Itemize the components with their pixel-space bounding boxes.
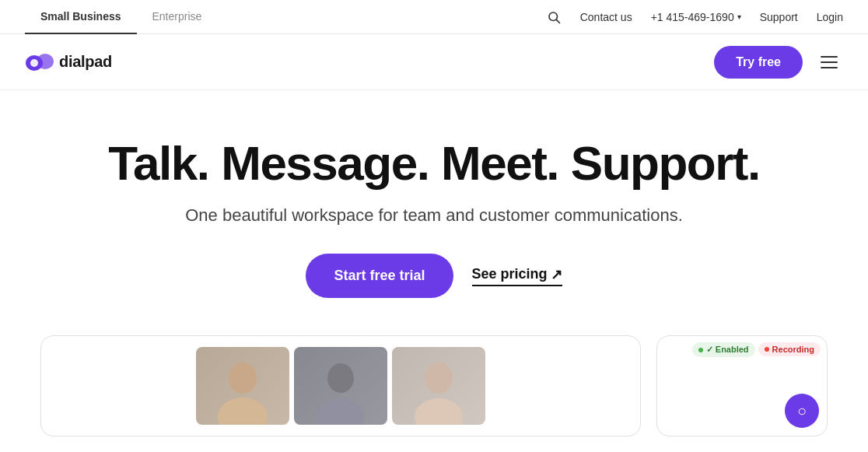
recording-dot bbox=[765, 347, 769, 352]
logo[interactable]: dialpad bbox=[25, 52, 112, 72]
hero-cta-group: Start free trial See pricing ↗ bbox=[306, 254, 562, 298]
video-call-preview bbox=[40, 335, 641, 436]
hamburger-line-3 bbox=[821, 67, 838, 68]
svg-point-10 bbox=[415, 398, 463, 425]
see-pricing-text: See pricing bbox=[472, 266, 548, 282]
top-utility-bar: Small Business Enterprise Contact us +1 … bbox=[0, 0, 868, 34]
enabled-dot bbox=[698, 348, 703, 352]
chat-bubble-icon[interactable]: ○ bbox=[785, 394, 819, 428]
see-pricing-arrow-icon: ↗ bbox=[551, 266, 562, 283]
chevron-down-icon: ▾ bbox=[737, 12, 741, 21]
svg-point-8 bbox=[317, 398, 364, 425]
logo-icon bbox=[25, 52, 54, 72]
tab-small-business[interactable]: Small Business bbox=[25, 0, 137, 34]
hamburger-menu[interactable] bbox=[815, 48, 843, 76]
enabled-badge-text: ✓ Enabled bbox=[706, 345, 749, 355]
svg-point-7 bbox=[327, 363, 354, 393]
top-bar-tabs: Small Business Enterprise bbox=[25, 0, 217, 34]
search-icon[interactable] bbox=[546, 9, 562, 25]
start-free-trial-button[interactable]: Start free trial bbox=[306, 254, 453, 298]
hero-section: Talk. Message. Meet. Support. One beauti… bbox=[0, 90, 868, 452]
chat-icon: ○ bbox=[797, 402, 807, 420]
recording-badge-text: Recording bbox=[772, 345, 814, 354]
recording-badge: Recording bbox=[758, 342, 821, 356]
hero-headline: Talk. Message. Meet. Support. bbox=[108, 137, 759, 190]
nav-right: Try free bbox=[714, 46, 843, 79]
logo-text: dialpad bbox=[59, 53, 112, 71]
enabled-badge: ✓ Enabled bbox=[692, 342, 755, 357]
contact-us-link[interactable]: Contact us bbox=[580, 11, 632, 23]
video-thumb-person2 bbox=[294, 347, 387, 425]
top-bar-actions: Contact us +1 415-469-1690 ▾ Support Log… bbox=[546, 9, 843, 25]
hamburger-line-2 bbox=[821, 61, 838, 63]
phone-text: +1 415-469-1690 bbox=[651, 11, 734, 23]
app-preview: ✓ Enabled Recording ○ bbox=[656, 335, 828, 436]
main-nav: dialpad Try free bbox=[0, 34, 868, 90]
phone-number[interactable]: +1 415-469-1690 ▾ bbox=[651, 11, 741, 23]
see-pricing-link[interactable]: See pricing ↗ bbox=[472, 266, 562, 286]
support-link[interactable]: Support bbox=[760, 11, 798, 23]
svg-point-3 bbox=[37, 54, 54, 69]
svg-point-5 bbox=[229, 363, 257, 394]
video-thumb-person1 bbox=[196, 347, 289, 425]
video-thumb-person3 bbox=[392, 347, 485, 425]
preview-area: ✓ Enabled Recording ○ bbox=[25, 335, 843, 436]
hamburger-line-1 bbox=[821, 56, 838, 58]
login-link[interactable]: Login bbox=[817, 11, 843, 23]
tab-enterprise-label: Enterprise bbox=[152, 10, 202, 23]
svg-line-1 bbox=[556, 19, 559, 23]
svg-point-9 bbox=[425, 363, 453, 394]
hero-subheadline: One beautiful workspace for team and cus… bbox=[185, 205, 683, 226]
svg-point-6 bbox=[218, 398, 268, 425]
svg-point-4 bbox=[30, 59, 38, 67]
tab-enterprise[interactable]: Enterprise bbox=[137, 0, 218, 34]
tab-small-business-label: Small Business bbox=[40, 10, 121, 23]
try-free-button[interactable]: Try free bbox=[714, 46, 803, 79]
